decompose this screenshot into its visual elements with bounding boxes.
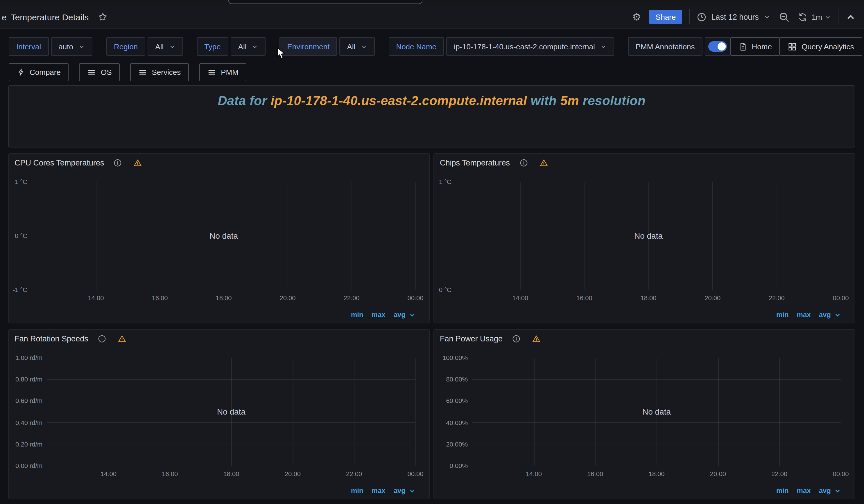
v-gridline [416,182,416,290]
region-value: All [155,42,164,51]
chevron-down-icon[interactable] [409,311,416,318]
y-axis-labels: 1 °C0 °C-1 °C [9,182,32,290]
banner-hostname: ip-10-178-1-40.us-east-2.compute.interna… [271,94,527,108]
panel-title[interactable]: CPU Cores Temperatures [14,159,104,167]
interval-select[interactable]: auto [51,37,92,56]
legend-calc-max[interactable]: max [797,487,811,495]
divider [838,9,838,24]
legend-calc-avg[interactable]: avg [819,487,831,495]
v-gridline [841,358,841,466]
browser-strip [0,0,864,5]
y-axis-labels: 100.00%80.00%60.00%40.00%20.00%0.00% [434,358,472,466]
y-tick-label: 100.00% [443,354,468,361]
environment-label[interactable]: Environment [280,37,337,56]
info-icon[interactable] [512,334,520,343]
plot-area[interactable]: No data [47,358,416,466]
chevron-down-icon [252,43,258,50]
chevron-down-icon[interactable] [409,488,416,494]
v-gridline [108,358,109,466]
query-analytics-button[interactable]: Query Analytics [780,37,862,56]
info-icon[interactable] [98,334,106,343]
compare-button[interactable]: Compare [9,63,69,81]
plot-area[interactable]: No data [456,182,841,290]
filter-toolbar: Interval auto Region All Type All Enviro… [9,37,855,56]
region-label[interactable]: Region [106,37,145,56]
panel-header[interactable]: Chips Temperatures [434,154,855,172]
panel-title[interactable]: Chips Temperatures [440,159,510,167]
region-select[interactable]: All [147,37,183,56]
info-icon[interactable] [113,159,122,167]
share-button[interactable]: Share [649,10,682,24]
legend-calc-min[interactable]: min [776,311,789,319]
collapse-kiosk-chevron-up-icon[interactable] [845,12,856,22]
panel-header[interactable]: Fan Power Usage [434,330,855,348]
interval-label[interactable]: Interval [9,37,49,56]
info-icon[interactable] [519,159,528,167]
node-name-select[interactable]: ip-10-178-1-40.us-east-2.compute.interna… [446,37,614,56]
toggle-knob [718,42,726,50]
y-tick-label: 80.00% [446,376,468,383]
pmm-annotations-toggle[interactable] [705,37,730,56]
pmm-button[interactable]: PMM [199,63,247,81]
warning-icon[interactable] [539,159,548,167]
v-gridline [777,182,777,290]
filter-region: Region All [106,37,183,56]
y-tick-label: 1 °C [439,178,452,185]
legend-calc-avg[interactable]: avg [819,311,831,319]
legend-calc-avg[interactable]: avg [394,487,406,495]
os-button[interactable]: OS [79,63,120,81]
legend-calc-min[interactable]: min [351,311,363,319]
refresh-interval-value[interactable]: 1m [812,12,822,21]
legend: minmaxavg [351,311,416,319]
chevron-down-icon[interactable] [825,14,831,20]
chevron-down-icon [600,43,607,50]
refresh-icon[interactable] [798,12,808,22]
grid-icon [788,42,797,51]
filter-type: Type All [197,37,265,56]
panel-header[interactable]: Fan Rotation Speeds [9,330,429,348]
v-gridline [657,358,657,466]
filter-node-name: Node Name ip-10-178-1-40.us-east-2.compu… [388,37,614,56]
warning-icon[interactable] [532,334,541,343]
time-range-picker[interactable]: Last 12 hours [697,12,770,22]
x-tick-label: 18:00 [640,294,656,302]
legend-calc-max[interactable]: max [797,311,811,319]
legend-calc-max[interactable]: max [372,487,385,495]
panel-title[interactable]: Fan Power Usage [440,334,503,343]
pmm-annotations-label: PMM Annotations [628,37,703,56]
banner-text: resolution [579,94,646,108]
plot-area[interactable]: No data [32,182,416,290]
bolt-icon [17,68,25,77]
chevron-down-icon[interactable] [835,311,841,318]
menu-icon [87,68,96,77]
warning-icon[interactable] [117,334,127,343]
dashboard-settings-gear-icon[interactable]: ⚙ [632,12,641,22]
home-button[interactable]: Home [730,37,780,56]
legend-calc-min[interactable]: min [776,487,789,495]
x-tick-label: 18:00 [648,470,664,477]
x-tick-label: 14:00 [88,294,104,302]
legend-calc-max[interactable]: max [372,311,385,319]
v-gridline [584,182,585,290]
warning-icon[interactable] [133,159,143,167]
v-gridline [224,182,224,290]
banner-resolution-value: 5m [561,94,579,108]
y-tick-label: 40.00% [446,419,468,426]
panel-header[interactable]: CPU Cores Temperatures [9,154,429,172]
type-label[interactable]: Type [197,37,228,56]
panel-title[interactable]: Fan Rotation Speeds [14,334,88,343]
zoom-out-icon[interactable] [779,11,790,22]
v-gridline [416,358,416,466]
services-button[interactable]: Services [130,63,189,81]
type-select[interactable]: All [231,37,266,56]
x-tick-label: 00:00 [832,294,849,302]
chevron-down-icon[interactable] [835,488,841,494]
plot-area[interactable]: No data [472,358,841,466]
legend-calc-min[interactable]: min [351,487,363,495]
chevron-down-icon [79,43,85,50]
environment-select[interactable]: All [339,37,374,56]
legend-calc-avg[interactable]: avg [394,311,406,319]
node-name-label[interactable]: Node Name [388,37,444,56]
quick-nav-row: Compare OS Services PMM [9,63,247,81]
favorite-star-icon[interactable] [98,12,107,22]
